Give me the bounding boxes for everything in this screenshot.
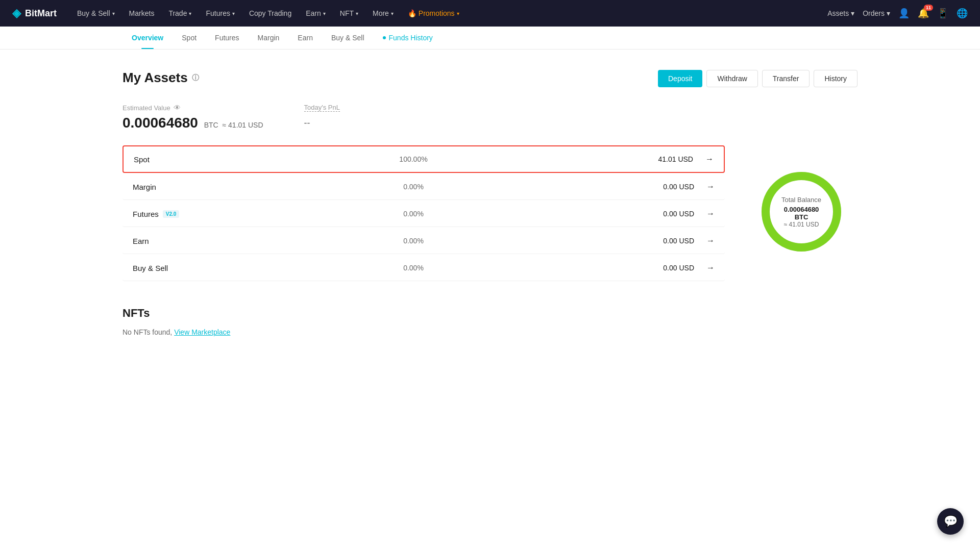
nav-futures[interactable]: Futures ▾	[200, 6, 240, 20]
chevron-icon: ▾	[391, 11, 394, 16]
nav-globe-icon[interactable]: 🌐	[957, 8, 968, 19]
subnav-spot[interactable]: Spot	[173, 27, 206, 49]
nav-orders[interactable]: Orders ▾	[863, 9, 890, 17]
chevron-icon: ▾	[356, 11, 358, 16]
assets-body: Spot 100.00% 41.01 USD → Margin 0.00% 0.…	[122, 145, 857, 282]
chat-icon: 💬	[944, 515, 958, 528]
chevron-icon: ▾	[887, 9, 890, 17]
subnav-funds-history[interactable]: Funds History	[374, 27, 442, 49]
asset-percent-earn: 0.00%	[320, 237, 507, 245]
assets-table: Spot 100.00% 41.01 USD → Margin 0.00% 0.…	[122, 145, 725, 282]
asset-percent-spot: 100.00%	[320, 155, 506, 163]
chevron-icon: ▾	[851, 9, 854, 17]
nav-copy-trading[interactable]: Copy Trading	[243, 6, 298, 20]
pnl-block: Today's PnL --	[304, 104, 340, 131]
estimated-section: Estimated Value 👁 0.00064680 BTC ≈ 41.01…	[122, 104, 857, 131]
v2-badge: V2.0	[163, 210, 180, 218]
table-row: Earn 0.00% 0.00 USD →	[122, 228, 725, 254]
asset-name-futures: Futures V2.0	[133, 210, 320, 218]
nav-promotions[interactable]: 🔥 Promotions ▾	[402, 6, 465, 20]
chat-button[interactable]: 💬	[937, 508, 964, 535]
asset-percent-margin: 0.00%	[320, 183, 507, 191]
view-marketplace-link[interactable]: View Marketplace	[174, 328, 230, 336]
pnl-value: --	[304, 118, 340, 129]
badge-count: 11	[924, 5, 933, 11]
arrow-icon-spot[interactable]: →	[705, 155, 714, 164]
nav-right: Assets ▾ Orders ▾ 👤 🔔 11 📱 🌐	[827, 8, 968, 19]
logo-text: BitMart	[25, 8, 57, 19]
table-row: Buy & Sell 0.00% 0.00 USD →	[122, 255, 725, 281]
donut-chart: Total Balance 0.00064680 BTC ≈ 41.01 USD	[755, 166, 847, 258]
transfer-button[interactable]: Transfer	[762, 70, 810, 87]
history-button[interactable]: History	[814, 70, 857, 87]
dot-icon	[383, 36, 386, 39]
info-icon[interactable]: ⓘ	[192, 73, 199, 83]
arrow-icon-futures[interactable]: →	[706, 209, 715, 218]
asset-usd-buy-sell: 0.00 USD	[507, 264, 694, 272]
nav-earn[interactable]: Earn ▾	[300, 6, 332, 20]
asset-usd-futures: 0.00 USD	[507, 210, 694, 218]
asset-usd-earn: 0.00 USD	[507, 237, 694, 245]
nav-nft[interactable]: NFT ▾	[334, 6, 364, 20]
chevron-icon: ▾	[189, 11, 191, 16]
arrow-icon-buy-sell[interactable]: →	[706, 263, 715, 272]
no-nfts-text: No NFTs found, View Marketplace	[122, 328, 857, 336]
chevron-icon: ▾	[112, 11, 115, 16]
nav-more[interactable]: More ▾	[366, 6, 400, 20]
subnav-margin[interactable]: Margin	[249, 27, 289, 49]
arrow-icon-margin[interactable]: →	[706, 182, 715, 191]
assets-header: My Assets ⓘ Deposit Withdraw Transfer Hi…	[122, 70, 857, 87]
nav-left: ◈ BitMart Buy & Sell ▾ Markets Trade ▾ F…	[12, 6, 465, 20]
estimated-value-block: Estimated Value 👁 0.00064680 BTC ≈ 41.01…	[122, 104, 263, 131]
deposit-button[interactable]: Deposit	[658, 70, 702, 87]
asset-percent-futures: 0.00%	[320, 210, 507, 218]
asset-name-earn: Earn	[133, 237, 320, 245]
table-row: Margin 0.00% 0.00 USD →	[122, 174, 725, 200]
nav-markets[interactable]: Markets	[123, 6, 161, 20]
chart-section: Total Balance 0.00064680 BTC ≈ 41.01 USD	[745, 145, 857, 258]
assets-title: My Assets ⓘ	[122, 70, 199, 86]
chevron-icon: ▾	[323, 11, 326, 16]
navbar: ◈ BitMart Buy & Sell ▾ Markets Trade ▾ F…	[0, 0, 980, 27]
asset-percent-buy-sell: 0.00%	[320, 264, 507, 272]
chevron-icon: ▾	[457, 11, 459, 16]
subnav-overview[interactable]: Overview	[122, 27, 173, 49]
sub-nav: Overview Spot Futures Margin Earn Buy & …	[0, 27, 980, 49]
asset-name-spot: Spot	[134, 155, 320, 164]
logo-icon: ◈	[12, 7, 21, 20]
estimated-value: 0.00064680 BTC ≈ 41.01 USD	[122, 115, 263, 131]
asset-name-margin: Margin	[133, 183, 320, 191]
nfts-title: NFTs	[122, 307, 857, 320]
chevron-icon: ▾	[232, 11, 235, 16]
action-buttons: Deposit Withdraw Transfer History	[658, 70, 857, 87]
nav-bell[interactable]: 🔔 11	[918, 8, 929, 19]
nfts-section: NFTs No NFTs found, View Marketplace	[122, 307, 857, 336]
nav-user-icon[interactable]: 👤	[898, 8, 910, 19]
asset-name-buy-sell: Buy & Sell	[133, 264, 320, 272]
asset-usd-margin: 0.00 USD	[507, 183, 694, 191]
nav-phone-icon[interactable]: 📱	[937, 8, 948, 19]
donut-center: Total Balance 0.00064680 BTC ≈ 41.01 USD	[778, 196, 824, 228]
withdraw-button[interactable]: Withdraw	[706, 70, 757, 87]
logo[interactable]: ◈ BitMart	[12, 7, 57, 20]
subnav-buy-sell[interactable]: Buy & Sell	[322, 27, 374, 49]
nav-trade[interactable]: Trade ▾	[162, 6, 198, 20]
nav-buy-sell[interactable]: Buy & Sell ▾	[71, 6, 121, 20]
estimated-label: Estimated Value 👁	[122, 104, 263, 112]
table-row: Spot 100.00% 41.01 USD →	[122, 145, 725, 173]
arrow-icon-earn[interactable]: →	[706, 236, 715, 245]
eye-icon[interactable]: 👁	[174, 104, 181, 112]
subnav-earn[interactable]: Earn	[288, 27, 322, 49]
table-row: Futures V2.0 0.00% 0.00 USD →	[122, 201, 725, 227]
nav-assets[interactable]: Assets ▾	[827, 9, 854, 17]
asset-usd-spot: 41.01 USD	[507, 155, 693, 163]
main-content: My Assets ⓘ Deposit Withdraw Transfer Hi…	[0, 49, 980, 357]
nav-links: Buy & Sell ▾ Markets Trade ▾ Futures ▾ C…	[71, 6, 465, 20]
subnav-futures[interactable]: Futures	[206, 27, 248, 49]
